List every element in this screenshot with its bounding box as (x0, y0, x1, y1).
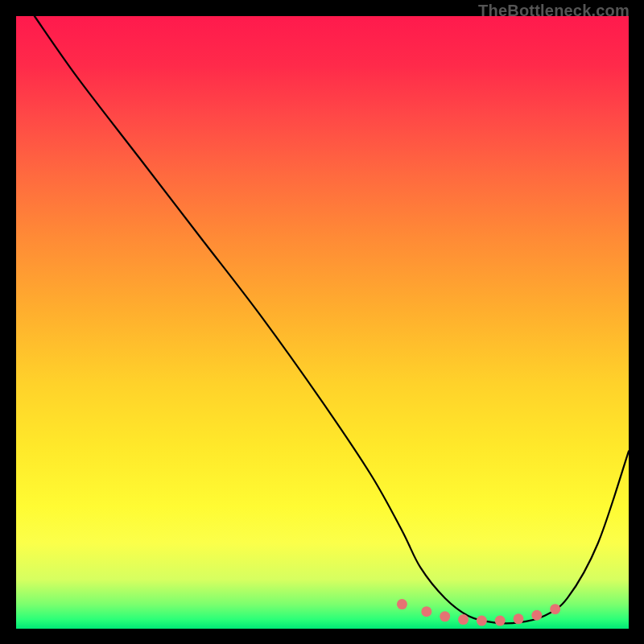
bottleneck-marker (550, 604, 560, 614)
bottleneck-marker (421, 606, 431, 617)
bottleneck-marker (477, 616, 487, 626)
bottleneck-marker (514, 613, 524, 624)
plot-area (16, 16, 629, 629)
bottleneck-marker (397, 599, 407, 609)
bottleneck-marker (531, 610, 542, 621)
bottleneck-marker (495, 616, 506, 626)
bottleneck-curve (35, 16, 629, 623)
chart-svg (16, 16, 629, 629)
marker-group (397, 599, 560, 626)
bottleneck-marker (458, 614, 469, 625)
bottleneck-marker (440, 611, 450, 621)
chart-frame: TheBottleneck.com (0, 0, 644, 644)
